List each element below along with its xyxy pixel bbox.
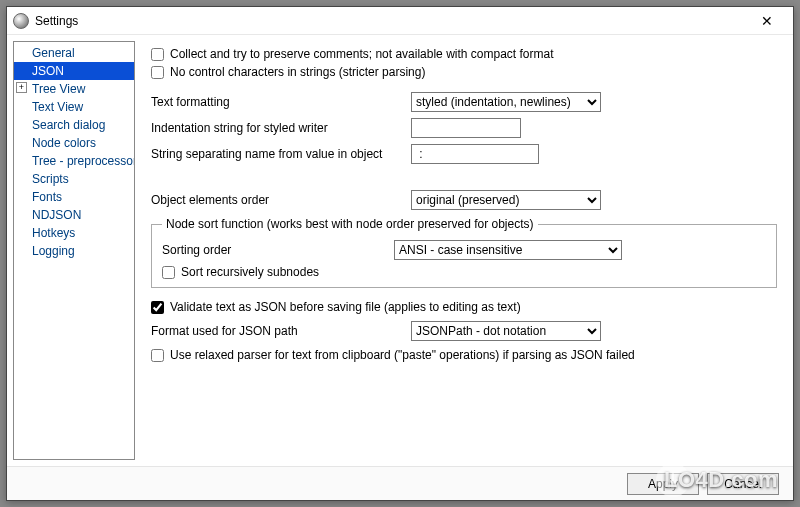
- sort-recursive-checkbox[interactable]: [162, 266, 175, 279]
- titlebar: Settings ✕: [7, 7, 793, 35]
- sidebar-item-scripts[interactable]: Scripts: [14, 170, 134, 188]
- indent-string-label: Indentation string for styled writer: [151, 121, 411, 135]
- sort-recursive-label: Sort recursively subnodes: [181, 265, 319, 279]
- sidebar-item-general[interactable]: General: [14, 44, 134, 62]
- json-path-format-label: Format used for JSON path: [151, 324, 411, 338]
- no-control-chars-label: No control characters in strings (strict…: [170, 65, 425, 79]
- preserve-comments-checkbox[interactable]: [151, 48, 164, 61]
- sidebar-item-fonts[interactable]: Fonts: [14, 188, 134, 206]
- dialog-footer: Apply Cancel: [7, 466, 793, 500]
- no-control-chars-checkbox[interactable]: [151, 66, 164, 79]
- elements-order-select[interactable]: original (preserved): [411, 190, 601, 210]
- dialog-body: GeneralJSONTree View+Text ViewSearch dia…: [7, 35, 793, 466]
- settings-pane: Collect and try to preserve comments; no…: [141, 41, 787, 460]
- sidebar-item-ndjson[interactable]: NDJSON: [14, 206, 134, 224]
- category-tree[interactable]: GeneralJSONTree View+Text ViewSearch dia…: [13, 41, 135, 460]
- sidebar-item-json[interactable]: JSON: [14, 62, 134, 80]
- sidebar-item-tree-view[interactable]: Tree View+: [14, 80, 134, 98]
- sorting-order-label: Sorting order: [162, 243, 394, 257]
- sorting-order-select[interactable]: ANSI - case insensitive: [394, 240, 622, 260]
- settings-window: Settings ✕ GeneralJSONTree View+Text Vie…: [6, 6, 794, 501]
- text-formatting-label: Text formatting: [151, 95, 411, 109]
- app-icon: [13, 13, 29, 29]
- tree-expander-icon[interactable]: +: [16, 82, 27, 93]
- name-value-sep-label: String separating name from value in obj…: [151, 147, 411, 161]
- sidebar-item-logging[interactable]: Logging: [14, 242, 134, 260]
- sidebar-item-text-view[interactable]: Text View: [14, 98, 134, 116]
- json-path-format-select[interactable]: JSONPath - dot notation: [411, 321, 601, 341]
- text-formatting-select[interactable]: styled (indentation, newlines): [411, 92, 601, 112]
- sort-function-group: Node sort function (works best with node…: [151, 217, 777, 288]
- sort-function-legend: Node sort function (works best with node…: [162, 217, 538, 231]
- sidebar-item-hotkeys[interactable]: Hotkeys: [14, 224, 134, 242]
- validate-before-save-label: Validate text as JSON before saving file…: [170, 300, 521, 314]
- relaxed-parser-label: Use relaxed parser for text from clipboa…: [170, 348, 635, 362]
- sidebar-item-node-colors[interactable]: Node colors: [14, 134, 134, 152]
- elements-order-label: Object elements order: [151, 193, 411, 207]
- apply-button[interactable]: Apply: [627, 473, 699, 495]
- close-button[interactable]: ✕: [747, 8, 787, 34]
- validate-before-save-checkbox[interactable]: [151, 301, 164, 314]
- cancel-button[interactable]: Cancel: [707, 473, 779, 495]
- relaxed-parser-checkbox[interactable]: [151, 349, 164, 362]
- name-value-sep-input[interactable]: [411, 144, 539, 164]
- sidebar-item-search-dialog[interactable]: Search dialog: [14, 116, 134, 134]
- preserve-comments-label: Collect and try to preserve comments; no…: [170, 47, 554, 61]
- indent-string-input[interactable]: [411, 118, 521, 138]
- sidebar-item-tree-preprocessor[interactable]: Tree - preprocessor: [14, 152, 134, 170]
- window-title: Settings: [35, 14, 747, 28]
